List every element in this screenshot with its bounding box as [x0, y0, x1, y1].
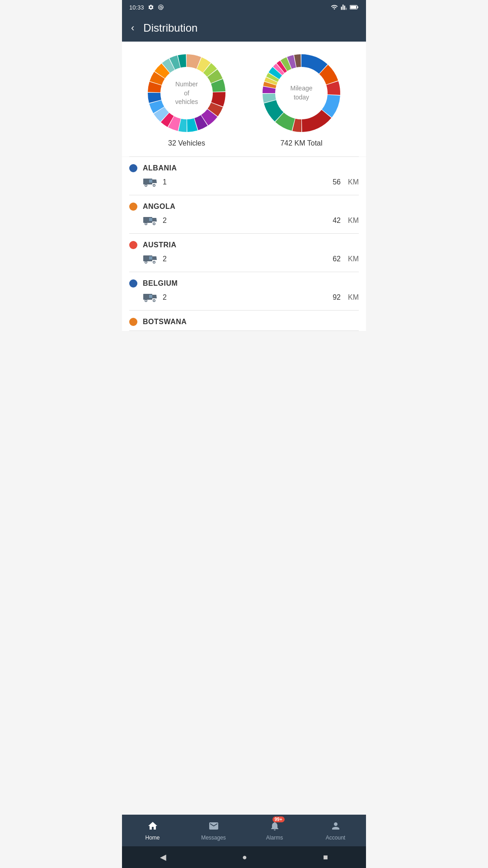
- mileage-chart: Mileage today 742 KM Total: [261, 52, 342, 147]
- country-name: AUSTRIA: [143, 241, 177, 249]
- header: ‹ Distribution: [122, 14, 366, 42]
- page-title: Distribution: [143, 22, 197, 34]
- country-name: ANGOLA: [143, 203, 175, 211]
- svg-point-22: [154, 262, 155, 263]
- svg-point-15: [154, 223, 155, 225]
- svg-marker-4: [152, 179, 157, 183]
- mileage-center-label: Mileage today: [290, 84, 312, 102]
- status-bar: 10:33: [122, 0, 366, 14]
- km-value: 62: [333, 255, 341, 263]
- svg-rect-2: [350, 6, 356, 9]
- km-value: 92: [333, 293, 341, 302]
- at-icon: [158, 4, 164, 10]
- time: 10:33: [129, 4, 144, 11]
- country-color-dot: [129, 279, 137, 288]
- truck-icon: [143, 177, 157, 188]
- country-item[interactable]: ANGOLA 242KM: [122, 195, 366, 233]
- country-item[interactable]: ALBANIA 156KM: [122, 157, 366, 195]
- km-value: 56: [333, 178, 341, 186]
- vehicle-count: 2: [163, 217, 327, 225]
- vehicles-chart: Number of vehicles 32 Vehicles: [146, 52, 227, 147]
- svg-point-28: [145, 300, 147, 302]
- km-unit: KM: [348, 255, 359, 263]
- svg-point-8: [154, 185, 155, 186]
- km-unit: KM: [348, 178, 359, 186]
- svg-point-29: [154, 300, 155, 302]
- svg-point-21: [145, 262, 147, 263]
- main-content: Number of vehicles 32 Vehicles Mileage t…: [122, 42, 366, 331]
- mileage-total-label: 742 KM Total: [280, 139, 322, 147]
- country-name: BELGIUM: [143, 279, 178, 288]
- svg-rect-23: [149, 256, 152, 259]
- country-item[interactable]: BELGIUM 292KM: [122, 272, 366, 310]
- charts-section: Number of vehicles 32 Vehicles Mileage t…: [122, 42, 366, 156]
- vehicles-total-label: 32 Vehicles: [168, 139, 205, 147]
- svg-marker-11: [152, 218, 157, 222]
- svg-point-7: [145, 185, 147, 186]
- svg-rect-9: [149, 179, 152, 183]
- mileage-donut: Mileage today: [261, 52, 342, 134]
- km-unit: KM: [348, 293, 359, 302]
- svg-rect-30: [149, 295, 152, 298]
- vehicles-center-label: Number of vehicles: [175, 80, 198, 107]
- truck-icon: [143, 215, 157, 226]
- km-value: 42: [333, 217, 341, 225]
- country-name: ALBANIA: [143, 164, 177, 172]
- vehicle-count: 2: [163, 293, 327, 302]
- svg-rect-16: [149, 218, 152, 221]
- settings-icon: [148, 4, 154, 10]
- vehicle-count: 1: [163, 178, 327, 186]
- country-color-dot: [129, 164, 137, 172]
- country-color-dot: [129, 241, 137, 249]
- wifi-icon: [331, 4, 338, 11]
- country-divider: [129, 330, 359, 331]
- truck-icon: [143, 254, 157, 264]
- svg-rect-1: [357, 6, 358, 8]
- back-button[interactable]: ‹: [129, 20, 136, 36]
- truck-icon: [143, 292, 157, 303]
- vehicle-count: 2: [163, 255, 327, 263]
- country-color-dot: [129, 318, 137, 326]
- signal-icon: [341, 4, 347, 10]
- svg-point-14: [145, 223, 147, 225]
- country-item[interactable]: AUSTRIA 262KM: [122, 234, 366, 272]
- country-list: ALBANIA 156KMANGOLA 242KMAUSTRIA 262KMBE…: [122, 157, 366, 331]
- country-item[interactable]: BOTSWANA: [122, 311, 366, 326]
- km-unit: KM: [348, 217, 359, 225]
- country-name: BOTSWANA: [143, 318, 187, 326]
- svg-marker-18: [152, 256, 157, 260]
- battery-icon: [350, 4, 359, 10]
- country-color-dot: [129, 203, 137, 211]
- vehicles-donut: Number of vehicles: [146, 52, 227, 134]
- svg-marker-25: [152, 295, 157, 298]
